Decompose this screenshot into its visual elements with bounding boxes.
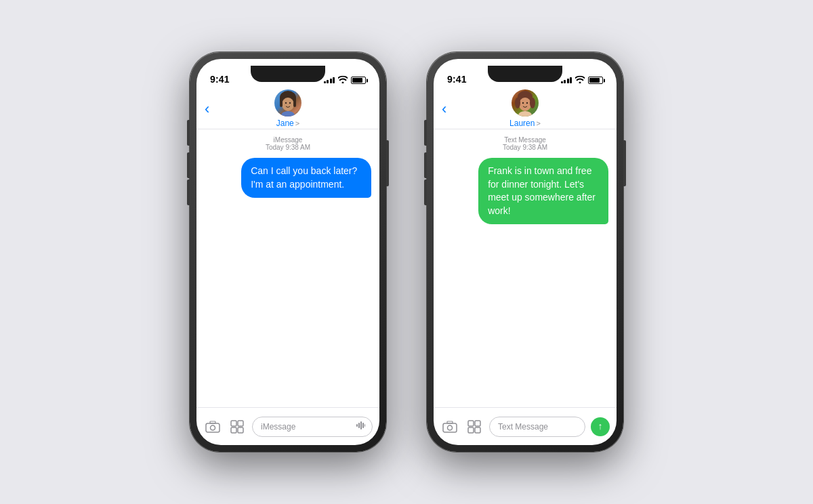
phone-left: 9:41 ‹ [190, 52, 386, 452]
svg-rect-16 [360, 421, 362, 429]
message-input-right[interactable]: Text Message [489, 417, 585, 437]
svg-rect-15 [358, 423, 360, 428]
svg-rect-29 [468, 421, 474, 426]
svg-point-27 [448, 425, 453, 430]
message-bubble-wrapper-right: Frank is in town and free for dinner ton… [442, 158, 608, 224]
contact-name-text-right: Lauren [509, 119, 535, 128]
contact-avatar-right[interactable] [512, 89, 539, 117]
back-button-right[interactable]: ‹ [442, 100, 446, 118]
messages-area-right: Text Message Today 9:38 AM Frank is in t… [434, 129, 617, 407]
message-date-left: Today 9:38 AM [266, 144, 310, 151]
svg-point-24 [526, 102, 528, 104]
wifi-icon-right [575, 76, 585, 85]
chevron-right-right: > [536, 119, 540, 127]
signal-bar-r1 [561, 81, 563, 83]
camera-button-left[interactable] [203, 417, 222, 436]
signal-bar-2 [327, 80, 329, 83]
phone-screen-left: 9:41 ‹ [196, 59, 379, 445]
message-timestamp-right: Text Message Today 9:38 AM [442, 136, 608, 151]
svg-rect-26 [443, 423, 457, 432]
svg-point-8 [211, 425, 215, 430]
svg-rect-14 [356, 424, 358, 427]
svg-rect-7 [206, 423, 220, 432]
input-area-left: iMessage [196, 407, 379, 445]
signal-bar-3 [330, 79, 332, 83]
send-button-right[interactable]: ↑ [591, 417, 610, 436]
audio-button-left[interactable] [356, 421, 365, 432]
status-time-right: 9:41 [447, 74, 467, 85]
appstore-button-left[interactable] [228, 417, 247, 436]
message-bubble-right: Frank is in town and free for dinner ton… [478, 158, 608, 224]
status-icons-right [561, 76, 604, 85]
message-date-right: Today 9:38 AM [503, 144, 547, 151]
svg-rect-32 [475, 427, 480, 433]
message-timestamp-left: iMessage Today 9:38 AM [205, 136, 371, 151]
message-bubble-left: Can I call you back later? I'm at an app… [241, 158, 371, 198]
message-bubble-wrapper-left: Can I call you back later? I'm at an app… [205, 158, 371, 198]
chevron-right-left: > [295, 119, 299, 127]
input-area-right: Text Message ↑ [434, 407, 617, 445]
svg-rect-28 [447, 421, 453, 423]
phone-screen-right: 9:41 ‹ [434, 59, 617, 445]
signal-bar-4 [333, 77, 335, 83]
back-button-left[interactable]: ‹ [205, 100, 209, 118]
svg-rect-3 [293, 98, 296, 107]
svg-rect-11 [238, 421, 243, 426]
svg-point-4 [285, 102, 287, 104]
camera-button-right[interactable] [440, 417, 459, 436]
svg-point-25 [518, 111, 532, 117]
svg-point-21 [515, 98, 520, 108]
input-placeholder-right: Text Message [498, 422, 548, 432]
phone-right: 9:41 ‹ [427, 52, 623, 452]
contact-avatar-left[interactable] [274, 89, 301, 117]
signal-bars-left [324, 77, 335, 83]
battery-fill-left [352, 78, 362, 83]
message-input-left[interactable]: iMessage [252, 417, 373, 437]
svg-point-23 [522, 102, 524, 104]
signal-bar-r2 [564, 80, 566, 83]
input-placeholder-left: iMessage [261, 422, 295, 432]
signal-bar-r3 [567, 79, 569, 83]
svg-point-1 [282, 98, 294, 111]
svg-point-5 [289, 102, 291, 104]
nav-bar-left: ‹ [196, 89, 379, 129]
battery-icon-right [588, 77, 603, 84]
messages-area-left: iMessage Today 9:38 AM Can I call you ba… [196, 129, 379, 407]
svg-rect-31 [468, 427, 474, 433]
message-text-right: Frank is in town and free for dinner ton… [488, 165, 596, 216]
signal-bars-right [561, 77, 572, 83]
svg-rect-12 [231, 427, 236, 433]
message-type-left: iMessage [205, 136, 371, 144]
contact-name-left[interactable]: Jane > [276, 119, 299, 128]
svg-point-20 [519, 98, 531, 111]
signal-bar-1 [324, 81, 326, 83]
contact-name-text-left: Jane [276, 119, 294, 128]
notch-right [488, 66, 562, 82]
message-text-left: Can I call you back later? I'm at an app… [251, 165, 357, 190]
svg-rect-2 [280, 98, 283, 107]
svg-point-22 [530, 98, 535, 108]
svg-rect-18 [364, 424, 365, 427]
contact-name-right[interactable]: Lauren > [509, 119, 541, 128]
wifi-icon-left [338, 76, 348, 85]
status-icons-left [324, 76, 367, 85]
message-type-right: Text Message [442, 136, 608, 144]
svg-rect-30 [475, 421, 480, 426]
svg-point-6 [281, 111, 295, 117]
status-time-left: 9:41 [210, 74, 230, 85]
battery-fill-right [589, 78, 600, 83]
nav-bar-right: ‹ [434, 89, 617, 129]
signal-bar-r4 [570, 77, 572, 83]
svg-rect-9 [210, 421, 215, 423]
appstore-button-right[interactable] [465, 417, 484, 436]
notch-left [251, 66, 325, 82]
send-arrow-icon: ↑ [598, 421, 603, 431]
svg-rect-13 [238, 427, 243, 433]
svg-rect-10 [231, 421, 236, 426]
battery-icon-left [351, 77, 366, 84]
svg-rect-17 [362, 423, 364, 428]
